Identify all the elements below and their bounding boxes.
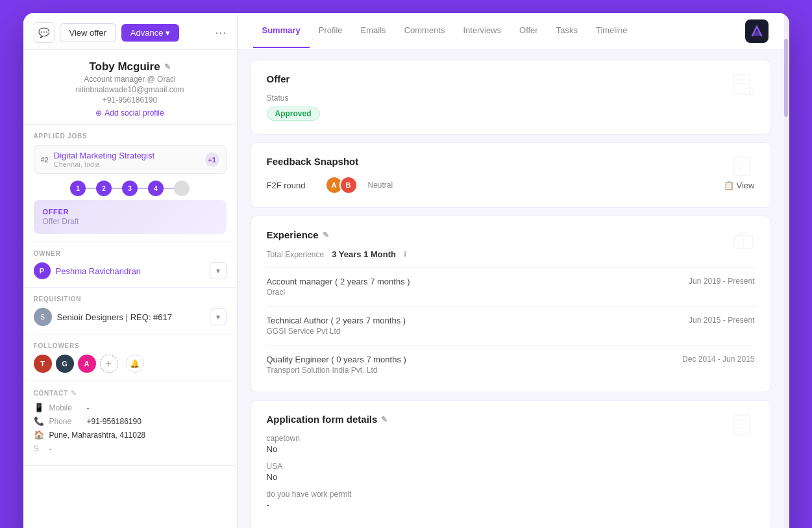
job-extra-count: +1 [205, 153, 219, 167]
sidebar: 💬 View offer Advance ▾ ⋯ Toby Mcguire ✎ … [23, 13, 238, 528]
exp-company-3: Transport Solution India Pvt. Ltd [267, 366, 406, 375]
scrollbar-thumb[interactable] [784, 39, 788, 117]
candidate-info: Toby Mcguire ✎ Account manager @ Oracl n… [23, 50, 237, 125]
tab-emails[interactable]: Emails [352, 14, 395, 48]
followers-section: FOLLOWERS T G A + 🔔 [23, 334, 237, 381]
follower-avatar-3: A [78, 355, 96, 373]
feedback-card-title: Feedback Snapshot [267, 156, 755, 167]
applied-jobs-section: APPLIED JOBS #2 Digital Marketing Strate… [23, 125, 237, 242]
contact-phone-row: 📞 Phone +91-956186190 [34, 416, 227, 426]
contact-edit-icon[interactable]: ✎ [71, 389, 77, 397]
tab-offer[interactable]: Offer [510, 14, 547, 48]
phone-icon: 📞 [34, 416, 44, 426]
app-form-row-2: USA No [267, 462, 755, 482]
feedback-row: F2F round A B Neutral 📋 View [267, 176, 755, 194]
contact-title-row: CONTACT ✎ [34, 389, 227, 397]
candidate-email: nitinbnalawade10@gmaail.com [36, 85, 224, 94]
exp-dates-3: Dec 2014 - Jun 2015 [682, 355, 754, 364]
tab-timeline[interactable]: Timeline [587, 14, 637, 48]
exp-row-3: Quality Engineer ( 0 years 7 months ) Tr… [267, 351, 755, 379]
candidate-phone: +91-956186190 [36, 95, 224, 105]
scrollbar-track[interactable] [784, 13, 789, 528]
top-nav: Summary Profile Emails Comments Intervie… [238, 13, 784, 49]
step-line-3 [138, 188, 148, 189]
requisition-label: REQUISITION [34, 295, 227, 303]
more-options-button[interactable]: ⋯ [215, 25, 227, 40]
app-logo [745, 19, 769, 43]
exp-title-2: Technical Author ( 2 years 7 months ) [267, 316, 406, 325]
applied-job-item[interactable]: #2 Digital Marketing Strategist Chennai,… [34, 145, 227, 174]
owner-chevron-button[interactable]: ▾ [210, 262, 227, 279]
info-icon: ℹ [404, 250, 406, 258]
feedback-sentiment: Neutral [368, 181, 393, 190]
app-form-label-2: USA [267, 462, 755, 471]
step-line-4 [164, 188, 174, 189]
pipeline-step-3: 3 [122, 181, 138, 196]
app-form-value-1: No [267, 444, 755, 454]
applied-jobs-label: APPLIED JOBS [34, 132, 227, 140]
phone-value: +91-956186190 [87, 417, 141, 426]
tab-profile[interactable]: Profile [310, 14, 352, 48]
mobile-icon: 📱 [34, 403, 44, 412]
tab-comments[interactable]: Comments [395, 14, 454, 48]
edit-app-form-icon[interactable]: ✎ [381, 415, 388, 424]
offer-card-icon [729, 71, 757, 99]
requisition-chevron-button[interactable]: ▾ [210, 308, 227, 325]
exp-title-1: Account manager ( 2 years 7 months ) [267, 277, 410, 286]
notification-bell-button[interactable]: 🔔 [126, 355, 144, 373]
owner-label: OWNER [34, 250, 227, 257]
app-form-row-3: do you have work permit - [267, 490, 755, 510]
pipeline-step-5 [174, 181, 190, 196]
contact-skype-row: S - [34, 444, 227, 453]
followers-row: T G A + 🔔 [34, 355, 227, 373]
job-number: #2 [41, 156, 49, 164]
offer-stage: OFFER Offer Draft [34, 200, 227, 234]
owner-name: Peshma Ravichandran [56, 266, 204, 276]
app-form-card-title: Application form details ✎ [267, 414, 755, 425]
add-social-button[interactable]: ⊕ Add social profile [36, 108, 224, 118]
contact-label: CONTACT [34, 390, 69, 397]
main-content: Summary Profile Emails Comments Intervie… [238, 13, 784, 528]
exp-row-2: Technical Author ( 2 years 7 months ) GG… [267, 312, 755, 340]
edit-name-icon[interactable]: ✎ [164, 62, 171, 71]
experience-header-row: Total Experience 3 Years 1 Month ℹ [267, 249, 755, 259]
owner-avatar: P [34, 262, 51, 279]
total-exp-value: 3 Years 1 Month [332, 249, 396, 259]
requisition-avatar: S [34, 308, 52, 326]
exp-dates-2: Jun 2015 - Present [689, 316, 754, 325]
feedback-avatars: A B [325, 176, 358, 194]
exp-title-3: Quality Engineer ( 0 years 7 months ) [267, 355, 406, 364]
chevron-down-icon: ▾ [166, 28, 170, 38]
experience-card-title: Experience ✎ [267, 229, 755, 240]
tab-interviews[interactable]: Interviews [454, 14, 510, 48]
add-follower-button[interactable]: + [100, 355, 118, 373]
content-area: Offer Status Approved [238, 49, 784, 528]
pipeline-step-1: 1 [70, 181, 86, 196]
tab-tasks[interactable]: Tasks [547, 14, 587, 48]
exp-divider-3 [267, 345, 755, 346]
mobile-label: Mobile [49, 403, 82, 412]
exp-company-2: GGSI Service Pvt Ltd [267, 327, 406, 336]
exp-dates-1: Jun 2019 - Present [689, 277, 754, 286]
skype-value: - [49, 444, 52, 453]
app-form-value-2: No [267, 472, 755, 482]
app-form-card: Application form details ✎ capetown No U… [251, 400, 771, 528]
tab-summary[interactable]: Summary [253, 14, 310, 48]
phone-label: Phone [49, 417, 82, 426]
feedback-card: Feedback Snapshot F2F round A B Neutral … [251, 142, 771, 208]
job-name: Digital Marketing Strategist [54, 151, 200, 160]
chat-icon[interactable]: 💬 [34, 22, 55, 43]
follower-avatar-1: T [34, 355, 52, 373]
offer-stage-title: OFFER [43, 208, 217, 216]
address-value: Pune, Maharashtra, 411028 [49, 431, 146, 440]
contact-address-row: 🏠 Pune, Maharashtra, 411028 [34, 430, 227, 440]
exp-divider-2 [267, 306, 755, 307]
offer-stage-subtitle: Offer Draft [43, 217, 217, 226]
candidate-title: Account manager @ Oracl [36, 75, 224, 84]
advance-button[interactable]: Advance ▾ [121, 24, 180, 42]
exp-company-1: Oracl [267, 288, 410, 297]
edit-experience-icon[interactable]: ✎ [323, 231, 329, 240]
view-offer-button[interactable]: View offer [60, 23, 116, 42]
step-line-2 [112, 188, 122, 189]
exp-row-1: Account manager ( 2 years 7 months ) Ora… [267, 273, 755, 301]
